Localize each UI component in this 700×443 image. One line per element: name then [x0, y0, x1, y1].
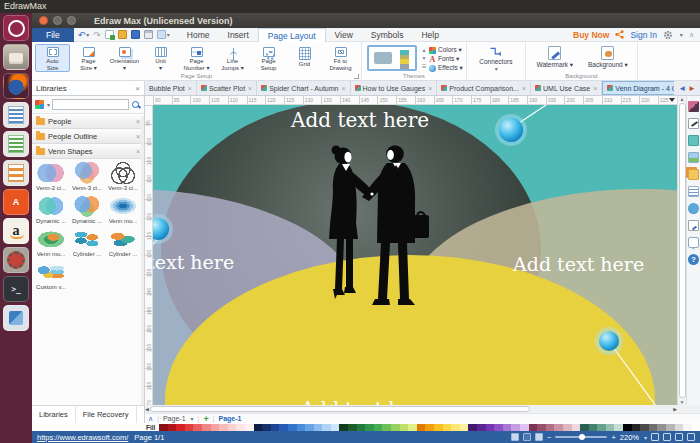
comment-icon[interactable]	[688, 237, 699, 248]
Spider Chart - Autumn[interactable]: Spider Chart - Autumn ×	[257, 81, 350, 95]
launcher-impress-icon[interactable]	[3, 160, 29, 186]
view-pan-icon[interactable]	[535, 433, 543, 441]
print-icon[interactable]	[144, 30, 153, 39]
color-swatch[interactable]	[193, 424, 202, 431]
search-icon[interactable]	[131, 100, 141, 110]
Venn Diagram - 4 C...[interactable]: Venn Diagram - 4 C... ×	[602, 81, 674, 95]
Page Layout[interactable]: Page Layout	[258, 28, 326, 42]
Auto Size[interactable]: Auto Size	[35, 44, 70, 72]
color-swatch[interactable]	[219, 424, 228, 431]
color-swatch-icon[interactable]	[688, 135, 699, 146]
picture-icon[interactable]	[688, 152, 699, 163]
library-shape[interactable]: Venn-3 ci...	[69, 162, 105, 191]
color-swatch[interactable]	[614, 424, 623, 431]
tab-scroll-right-icon[interactable]: ►	[688, 84, 696, 93]
color-swatch[interactable]	[520, 424, 529, 431]
launcher-edraw-icon[interactable]	[3, 305, 29, 331]
tab-close-icon[interactable]: ×	[188, 85, 192, 92]
Watermark ▾[interactable]: Watermark ▾	[529, 44, 581, 72]
color-swatch[interactable]	[563, 424, 572, 431]
symbols-icon[interactable]	[688, 101, 699, 112]
Bubble Plot[interactable]: Bubble Plot ×	[145, 81, 197, 95]
color-swatch[interactable]	[202, 424, 211, 431]
group-close-icon[interactable]: ×	[136, 133, 140, 140]
page-select-caret-icon[interactable]: ▾	[191, 415, 194, 422]
color-swatch[interactable]	[632, 424, 641, 431]
color-swatch[interactable]	[443, 424, 452, 431]
library-search-input[interactable]	[52, 99, 129, 110]
color-swatch[interactable]	[297, 424, 306, 431]
tab-close-icon[interactable]: ×	[248, 85, 252, 92]
color-swatch[interactable]	[374, 424, 383, 431]
zoom-out-icon[interactable]: −	[547, 433, 551, 442]
launcher-files-icon[interactable]	[3, 44, 29, 70]
color-swatch[interactable]	[228, 424, 237, 431]
redo-icon[interactable]: ↷	[93, 29, 101, 41]
color-swatch[interactable]	[451, 424, 460, 431]
color-swatch[interactable]	[425, 424, 434, 431]
color-swatch[interactable]	[589, 424, 598, 431]
color-swatch[interactable]	[683, 424, 692, 431]
color-swatch[interactable]	[554, 424, 563, 431]
vertical-scrollbar[interactable]: ▲ ▼	[677, 96, 686, 405]
scroll-up-icon[interactable]: ▲	[680, 96, 685, 102]
fit-page-icon[interactable]	[651, 433, 659, 441]
library-shape[interactable]: Cylinder ...	[105, 228, 141, 257]
UML Use Case[interactable]: UML Use Case ×	[531, 81, 602, 95]
share-icon[interactable]	[615, 30, 624, 39]
tab-close-icon[interactable]: ×	[428, 85, 432, 92]
group-close-icon[interactable]: ×	[136, 118, 140, 125]
color-swatch[interactable]	[511, 424, 520, 431]
Scatter Plot[interactable]: Scatter Plot ×	[197, 81, 257, 95]
buy-now-link[interactable]: Buy Now	[573, 30, 609, 40]
attachment-icon[interactable]	[688, 220, 699, 231]
launcher-writer-icon[interactable]	[3, 102, 29, 128]
hyperlink-icon[interactable]	[688, 203, 699, 214]
library-chooser-icon[interactable]	[35, 100, 44, 109]
new-file-icon[interactable]	[105, 30, 114, 39]
color-swatch[interactable]	[417, 424, 426, 431]
launcher-ubuntu-icon[interactable]	[3, 15, 29, 41]
zoom-in-icon[interactable]: +	[611, 433, 615, 442]
quick-access-caret-icon[interactable]: ▾	[167, 31, 170, 38]
color-swatch[interactable]	[623, 424, 632, 431]
Line Jumps ▾[interactable]: Line Jumps ▾	[215, 44, 250, 72]
venn-text-left[interactable]: Add text here	[153, 251, 234, 273]
Home[interactable]: Home	[178, 28, 219, 42]
color-swatch[interactable]	[271, 424, 280, 431]
color-swatch[interactable]	[211, 424, 220, 431]
How to Use Gauges[interactable]: How to Use Gauges ×	[351, 81, 438, 95]
launcher-software-icon[interactable]: A	[3, 189, 29, 215]
View[interactable]: View	[326, 28, 362, 42]
page-tab[interactable]: Page-1	[218, 415, 241, 422]
scroll-left-icon[interactable]: ◀	[145, 406, 149, 412]
Symbols[interactable]: Symbols	[362, 28, 413, 42]
zoom-caret-icon[interactable]: ▾	[644, 434, 647, 441]
color-swatch[interactable]	[254, 424, 263, 431]
undo-caret-icon[interactable]: ▾	[86, 31, 89, 38]
view-fit-icon[interactable]	[523, 433, 531, 441]
save-icon[interactable]	[131, 30, 140, 39]
color-swatch[interactable]	[168, 424, 177, 431]
color-swatch[interactable]	[408, 424, 417, 431]
Orientation ▾[interactable]: Orientation ▾	[107, 44, 142, 72]
callout-sphere-bottom-right[interactable]	[599, 331, 619, 351]
color-swatch[interactable]	[597, 424, 606, 431]
Help[interactable]: Help	[412, 28, 447, 42]
People[interactable]: People ×	[32, 114, 144, 129]
callout-sphere-top-right[interactable]	[499, 118, 523, 142]
color-swatch[interactable]	[357, 424, 366, 431]
Page Size ▾[interactable]: Page Size ▾	[71, 44, 106, 72]
color-swatch[interactable]	[494, 424, 503, 431]
venn-text-top[interactable]: Add text here	[291, 108, 429, 132]
venn-text-bottom[interactable]: Add text here	[301, 397, 432, 405]
color-swatch[interactable]	[580, 424, 589, 431]
color-swatch[interactable]	[262, 424, 271, 431]
view-normal-icon[interactable]	[511, 433, 519, 441]
color-swatch[interactable]	[185, 424, 194, 431]
file-menu-button[interactable]: File	[32, 28, 74, 42]
window-maximize-button[interactable]	[67, 16, 76, 25]
settings-caret-icon[interactable]: ▾	[680, 31, 683, 38]
color-swatch[interactable]	[365, 424, 374, 431]
notes-icon[interactable]	[688, 186, 699, 197]
